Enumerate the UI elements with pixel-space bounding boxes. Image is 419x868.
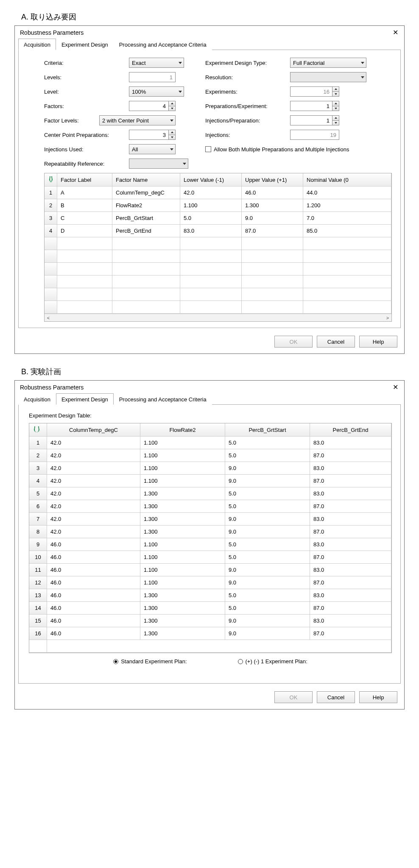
cell-percb-start[interactable]: 9.0: [225, 526, 310, 538]
cell-nominal-value[interactable]: [303, 275, 391, 288]
cell-column-temp[interactable]: 42.0: [47, 513, 140, 526]
cell-percb-start[interactable]: 9.0: [225, 475, 310, 487]
cell-nominal-value[interactable]: [303, 237, 391, 250]
cancel-button[interactable]: Cancel: [317, 691, 355, 703]
cell-percb-end[interactable]: 87.0: [310, 551, 391, 564]
tab-experiment-design[interactable]: Experiment Design: [56, 393, 114, 405]
table-row[interactable]: 242.01.1005.087.0: [29, 449, 391, 462]
cell-factor-name[interactable]: [112, 275, 180, 288]
help-button[interactable]: Help: [359, 691, 397, 703]
cell-factor-label[interactable]: [57, 250, 112, 263]
cell-factor-name[interactable]: PercB_GrtStart: [112, 212, 180, 225]
cell-column-temp[interactable]: 46.0: [47, 564, 140, 576]
table-row[interactable]: [45, 288, 391, 301]
grid-hscroll[interactable]: < >: [45, 314, 391, 321]
cell-flowrate[interactable]: 1.100: [140, 551, 225, 564]
cell-nominal-value[interactable]: 1.200: [303, 199, 391, 212]
cell-column-temp[interactable]: 46.0: [47, 576, 140, 589]
cell-upper-value[interactable]: 9.0: [242, 212, 303, 225]
inj-used-select[interactable]: All: [129, 144, 176, 154]
cell-percb-start[interactable]: 9.0: [225, 615, 310, 627]
prep-per-exp-spinner[interactable]: [332, 101, 339, 111]
close-icon[interactable]: ✕: [391, 28, 400, 36]
cell-factor-label[interactable]: [57, 275, 112, 288]
cell-factor-label[interactable]: A: [57, 186, 112, 199]
table-row[interactable]: [45, 237, 391, 250]
cell-flowrate[interactable]: 1.300: [140, 487, 225, 500]
cell-flowrate[interactable]: 1.300: [140, 602, 225, 615]
cell-flowrate[interactable]: 1.100: [140, 462, 225, 475]
inj-per-prep-spinner[interactable]: [332, 115, 339, 125]
cell-column-temp[interactable]: 46.0: [47, 589, 140, 602]
cell-flowrate[interactable]: 1.300: [140, 615, 225, 627]
cell-column-temp[interactable]: 46.0: [47, 538, 140, 551]
ok-button[interactable]: OK: [274, 336, 313, 348]
cell-factor-label[interactable]: [57, 301, 112, 314]
factor-levels-select[interactable]: 2 with Center Point: [99, 115, 176, 125]
cell-column-temp[interactable]: 46.0: [47, 551, 140, 564]
radio-standard-plan[interactable]: Standard Experiment Plan:: [113, 658, 187, 665]
cell-percb-start[interactable]: 9.0: [225, 513, 310, 526]
cell-flowrate[interactable]: 1.100: [140, 437, 225, 449]
cell-column-temp[interactable]: 42.0: [47, 526, 140, 538]
cell-upper-value[interactable]: [242, 237, 303, 250]
cell-nominal-value[interactable]: [303, 263, 391, 275]
cell-nominal-value[interactable]: [303, 250, 391, 263]
cell-factor-name[interactable]: FlowRate2: [112, 199, 180, 212]
cell-percb-end[interactable]: 87.0: [310, 449, 391, 462]
cell-nominal-value[interactable]: 7.0: [303, 212, 391, 225]
cell-lower-value[interactable]: [180, 250, 242, 263]
table-row[interactable]: 4DPercB_GrtEnd83.087.085.0: [45, 225, 391, 237]
table-row[interactable]: 1AColumnTemp_degC42.046.044.0: [45, 186, 391, 199]
cell-column-temp[interactable]: 42.0: [47, 487, 140, 500]
cell-column-temp[interactable]: 42.0: [47, 462, 140, 475]
cell-percb-end[interactable]: 87.0: [310, 602, 391, 615]
cell-factor-label[interactable]: B: [57, 199, 112, 212]
cell-upper-value[interactable]: 1.300: [242, 199, 303, 212]
cell-column-temp[interactable]: 42.0: [47, 500, 140, 513]
factors-spinner[interactable]: [169, 101, 176, 111]
cell-percb-end[interactable]: 83.0: [310, 564, 391, 576]
cell-column-temp[interactable]: 46.0: [47, 615, 140, 627]
cell-percb-start[interactable]: 5.0: [225, 589, 310, 602]
table-row[interactable]: 1246.01.1009.087.0: [29, 576, 391, 589]
center-prep-field[interactable]: 3: [129, 130, 169, 140]
table-row[interactable]: 1146.01.1009.083.0: [29, 564, 391, 576]
cell-percb-end[interactable]: 83.0: [310, 487, 391, 500]
cell-lower-value[interactable]: [180, 288, 242, 301]
exp-type-select[interactable]: Full Factorial: [290, 58, 366, 68]
cell-factor-name[interactable]: [112, 250, 180, 263]
table-row[interactable]: 442.01.1009.087.0: [29, 475, 391, 487]
cell-percb-start[interactable]: 9.0: [225, 462, 310, 475]
cell-factor-label[interactable]: [57, 288, 112, 301]
cell-flowrate[interactable]: 1.100: [140, 475, 225, 487]
cell-flowrate[interactable]: 1.300: [140, 589, 225, 602]
cell-percb-end[interactable]: 87.0: [310, 627, 391, 640]
cell-upper-value[interactable]: 46.0: [242, 186, 303, 199]
table-row[interactable]: 1646.01.3009.087.0: [29, 627, 391, 640]
cell-flowrate[interactable]: 1.300: [140, 526, 225, 538]
cell-upper-value[interactable]: [242, 288, 303, 301]
cell-percb-end[interactable]: 83.0: [310, 589, 391, 602]
experiments-spinner[interactable]: [332, 86, 339, 97]
cell-column-temp[interactable]: 42.0: [47, 437, 140, 449]
tab-processing[interactable]: Processing and Acceptance Criteria: [114, 393, 212, 405]
cell-percb-start[interactable]: 5.0: [225, 449, 310, 462]
cell-percb-start[interactable]: 9.0: [225, 564, 310, 576]
radio-pm-plan[interactable]: (+) (-) 1 Experiment Plan:: [238, 658, 307, 665]
cell-upper-value[interactable]: [242, 275, 303, 288]
help-button[interactable]: Help: [359, 336, 397, 348]
cell-percb-end[interactable]: 87.0: [310, 500, 391, 513]
cancel-button[interactable]: Cancel: [317, 336, 355, 348]
table-row[interactable]: 3CPercB_GrtStart5.09.07.0: [45, 212, 391, 225]
table-row[interactable]: 1446.01.3005.087.0: [29, 602, 391, 615]
allow-both-checkbox[interactable]: [205, 146, 211, 152]
tab-acquisition[interactable]: Acquisition: [18, 39, 56, 50]
cell-factor-label[interactable]: [57, 237, 112, 250]
cell-nominal-value[interactable]: [303, 288, 391, 301]
table-row[interactable]: 542.01.3005.083.0: [29, 487, 391, 500]
cell-lower-value[interactable]: 1.100: [180, 199, 242, 212]
cell-lower-value[interactable]: [180, 301, 242, 314]
cell-nominal-value[interactable]: [303, 301, 391, 314]
cell-factor-label[interactable]: [57, 263, 112, 275]
